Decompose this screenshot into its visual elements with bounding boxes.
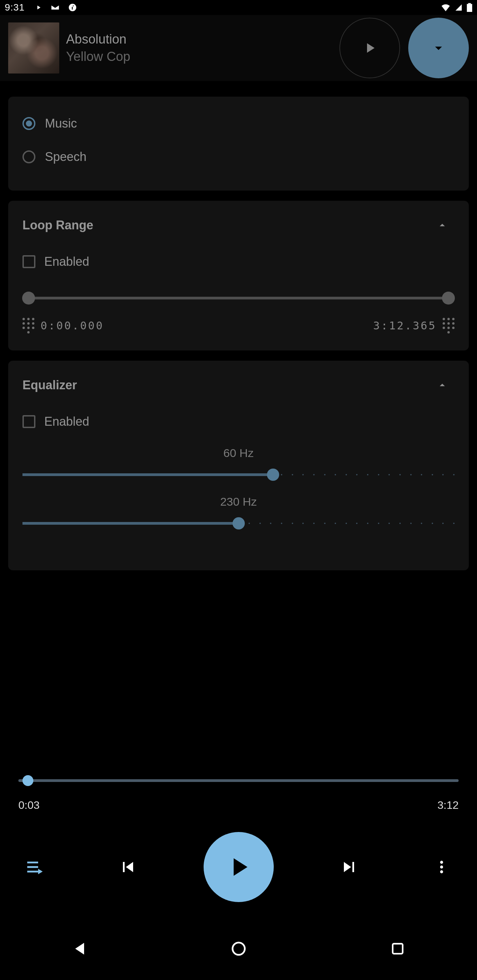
nav-home-button[interactable]: [215, 925, 263, 972]
nav-back-button[interactable]: [56, 925, 104, 972]
collapse-loop-button[interactable]: [430, 213, 455, 237]
equalizer-card: Equalizer Enabled 60 Hz 230 Hz: [8, 361, 469, 570]
chevron-down-icon: [430, 40, 447, 56]
card-title: Equalizer: [22, 378, 77, 392]
loop-end-time: 3:12.365: [373, 319, 437, 332]
nav-recent-button[interactable]: [374, 925, 421, 972]
info-icon: [69, 3, 77, 11]
eq-band-label: 60 Hz: [22, 447, 455, 460]
dialpad-icon[interactable]: [22, 318, 34, 334]
play-icon: [224, 852, 254, 882]
loop-range-card: Loop Range Enabled: [8, 201, 469, 350]
queue-icon: [24, 856, 46, 878]
home-icon: [230, 940, 247, 957]
statusbar-right-icons: [441, 3, 472, 12]
android-nav-bar: [0, 917, 477, 980]
eq-slider-60hz[interactable]: [22, 469, 455, 481]
recent-icon: [390, 941, 405, 956]
loop-times: 0:00.000 3:12.365: [22, 318, 455, 334]
seek-bar[interactable]: [18, 775, 459, 786]
radio-label: Speech: [45, 150, 86, 164]
loop-start-time: 0:00.000: [40, 319, 104, 332]
play-button[interactable]: [204, 832, 274, 902]
mail-icon: [51, 4, 60, 11]
radio-icon: [22, 117, 35, 130]
header-collapse-button[interactable]: [408, 18, 469, 78]
statusbar-time: 9:31: [5, 2, 25, 13]
track-title: Absolution: [66, 32, 131, 47]
svg-rect-4: [468, 3, 471, 4]
loop-start-handle[interactable]: [22, 292, 35, 305]
previous-button[interactable]: [111, 850, 145, 884]
svg-rect-3: [467, 4, 472, 12]
card-title: Loop Range: [22, 218, 93, 232]
checkbox-label: Enabled: [44, 255, 89, 269]
skip-previous-icon: [118, 857, 138, 877]
eq-band-230hz: 230 Hz: [22, 495, 455, 530]
svg-rect-1: [72, 7, 73, 10]
type-card: Music Speech: [8, 97, 469, 191]
eq-enabled-checkbox[interactable]: Enabled: [22, 411, 455, 432]
checkbox-label: Enabled: [44, 414, 89, 429]
more-vert-icon: [434, 859, 450, 875]
svg-rect-2: [73, 5, 74, 6]
play-icon: [362, 40, 378, 56]
skip-next-icon: [339, 857, 359, 877]
track-artist: Yellow Cop: [66, 49, 131, 64]
slider-thumb[interactable]: [233, 517, 245, 530]
battery-icon: [467, 3, 472, 12]
svg-point-6: [440, 865, 443, 869]
total-time: 3:12: [437, 799, 459, 811]
player-controls: 0:03 3:12: [0, 761, 477, 917]
loop-enabled-checkbox[interactable]: Enabled: [22, 251, 455, 272]
radio-music[interactable]: Music: [22, 107, 455, 140]
dialpad-icon[interactable]: [443, 318, 455, 334]
back-icon: [71, 940, 89, 958]
collapse-eq-button[interactable]: [430, 373, 455, 398]
radio-icon: [22, 150, 35, 163]
radio-label: Music: [45, 116, 77, 130]
wifi-icon: [441, 4, 450, 11]
play-icon: [35, 4, 42, 11]
elapsed-time: 0:03: [18, 799, 40, 811]
eq-slider-230hz[interactable]: [22, 517, 455, 530]
next-button[interactable]: [332, 850, 366, 884]
loop-range-slider[interactable]: [22, 291, 455, 305]
eq-band-label: 230 Hz: [22, 495, 455, 508]
chevron-up-icon: [436, 219, 448, 231]
loop-end-handle[interactable]: [442, 292, 455, 305]
seek-thumb[interactable]: [22, 775, 34, 786]
signal-icon: [455, 4, 463, 11]
miniplayer-header: Absolution Yellow Cop: [0, 15, 477, 81]
queue-button[interactable]: [18, 850, 53, 884]
radio-speech[interactable]: Speech: [22, 140, 455, 173]
checkbox-icon: [22, 255, 35, 268]
track-text: Absolution Yellow Cop: [66, 32, 131, 64]
header-play-button[interactable]: [340, 18, 400, 78]
svg-point-5: [440, 861, 443, 864]
svg-rect-9: [392, 943, 402, 953]
android-status-bar: 9:31: [0, 0, 477, 15]
svg-point-8: [233, 943, 245, 955]
album-art[interactable]: [8, 22, 59, 73]
eq-band-60hz: 60 Hz: [22, 447, 455, 481]
more-button[interactable]: [424, 850, 459, 884]
svg-point-7: [440, 870, 443, 873]
chevron-up-icon: [436, 379, 448, 391]
statusbar-left-icons: [35, 3, 77, 11]
checkbox-icon: [22, 415, 35, 428]
slider-thumb[interactable]: [267, 469, 279, 481]
